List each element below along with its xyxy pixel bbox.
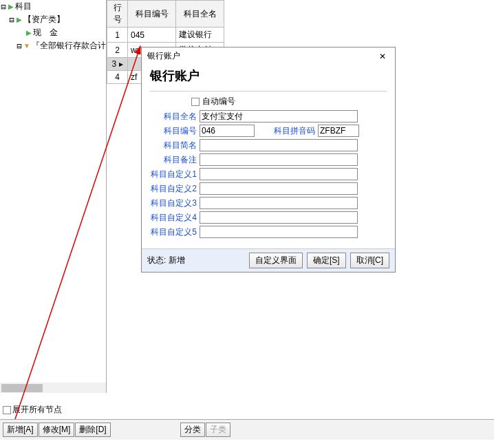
col-rownum: 行号 [107, 1, 128, 28]
auto-number-checkbox[interactable] [191, 98, 200, 106]
tree-collapse-icon[interactable]: ⊟ [17, 41, 22, 51]
label-custom5: 科目自定义5 [150, 226, 197, 238]
custom-ui-button[interactable]: 自定义界面 [249, 253, 303, 268]
dialog-header: 银行账户 [142, 65, 395, 91]
expand-all-label: 展开所有节点 [12, 404, 62, 416]
edit-button[interactable]: 修改[M] [39, 423, 75, 437]
col-name: 科目全名 [176, 1, 224, 28]
label-code: 科目编号 [150, 125, 197, 137]
input-fullname[interactable] [200, 110, 358, 122]
auto-number-label: 自动编号 [202, 96, 235, 107]
input-shortname[interactable] [200, 139, 358, 151]
close-icon[interactable]: ✕ [376, 52, 389, 61]
tree-collapse-icon[interactable]: ⊟ [8, 15, 15, 25]
tree-label: 『全部银行存款合计 [32, 40, 106, 52]
input-custom2[interactable] [200, 182, 358, 195]
expand-all-checkbox[interactable] [3, 406, 11, 414]
subcategory-button: 子类 [206, 423, 230, 437]
label-custom2: 科目自定义2 [150, 183, 197, 195]
tree-label: 【资产类】 [23, 14, 65, 25]
tree-node-asset[interactable]: ⊟ ▶ 【资产类】 [8, 13, 106, 26]
scrollbar-thumb[interactable] [1, 384, 43, 392]
category-button[interactable]: 分类 [180, 423, 205, 437]
dialog-status: 状态: 新增 [147, 255, 245, 266]
cell-name: 建设银行 [176, 28, 224, 43]
label-remark: 科目备注 [150, 154, 197, 166]
tree-node-cash[interactable]: ▶ 现 金 [25, 26, 106, 39]
cell-rownum: 2 [107, 43, 128, 58]
label-fullname: 科目全名 [150, 111, 197, 122]
input-custom3[interactable] [200, 197, 358, 209]
tree-node-bank[interactable]: ⊟ ▼ 『全部银行存款合计 [17, 39, 106, 52]
label-custom3: 科目自定义3 [150, 198, 197, 209]
delete-button[interactable]: 删除[D] [75, 423, 110, 437]
cell-rownum: 4 [107, 71, 128, 84]
cell-rownum: 1 [107, 28, 128, 43]
col-code: 科目编号 [128, 1, 176, 28]
cell-code: 045 [128, 28, 176, 43]
dialog-title-text: 银行账户 [147, 50, 180, 62]
label-custom4: 科目自定义4 [150, 212, 197, 224]
dialog-footer: 状态: 新增 自定义界面 确定[S] 取消[C] [142, 248, 395, 272]
bottom-toolbar: 新增[A] 修改[M] 删除[D] 分类 子类 [0, 419, 494, 440]
bank-account-dialog: 银行账户 ✕ 银行账户 自动编号 科目全名 科目编号 科目拼音码 科目简名 科目… [141, 47, 396, 273]
input-code[interactable] [200, 125, 255, 137]
tree-label: 现 金 [33, 27, 58, 39]
input-custom1[interactable] [200, 168, 358, 180]
ok-button[interactable]: 确定[S] [307, 253, 346, 268]
subject-tree-panel: ⊟ ▶ 科目 ⊟ ▶ 【资产类】 ▶ 现 金 ⊟ ▼ 『全部银行存款合计 [0, 0, 107, 393]
input-custom4[interactable] [200, 211, 358, 224]
tree-collapse-icon[interactable]: ⊟ [0, 2, 7, 12]
horizontal-scrollbar[interactable] [0, 383, 107, 393]
label-pinyin: 科目拼音码 [274, 125, 315, 137]
play-icon: ▶ [26, 29, 32, 36]
tree-node-root[interactable]: ⊟ ▶ 科目 [0, 0, 106, 13]
play-icon: ▶ [8, 3, 14, 10]
input-custom5[interactable] [200, 226, 358, 238]
flag-icon: ▼ [23, 42, 30, 50]
dialog-body: 自动编号 科目全名 科目编号 科目拼音码 科目简名 科目备注 科目自定义1 [142, 91, 395, 248]
auto-numbering-row: 自动编号 [191, 96, 387, 107]
expand-all-row: 展开所有节点 [3, 404, 62, 416]
label-custom1: 科目自定义1 [150, 169, 197, 180]
table-row[interactable]: 1 045 建设银行 [107, 28, 224, 43]
input-remark[interactable] [200, 153, 358, 166]
add-button[interactable]: 新增[A] [3, 423, 38, 437]
cancel-button[interactable]: 取消[C] [350, 253, 389, 268]
label-shortname: 科目简名 [150, 140, 197, 151]
play-icon: ▶ [17, 16, 22, 23]
dialog-title-bar: 银行账户 ✕ [142, 47, 395, 65]
tree-label: 科目 [15, 1, 32, 12]
input-pinyin[interactable] [318, 125, 359, 137]
cell-rownum: 3 ▸ [107, 58, 128, 71]
